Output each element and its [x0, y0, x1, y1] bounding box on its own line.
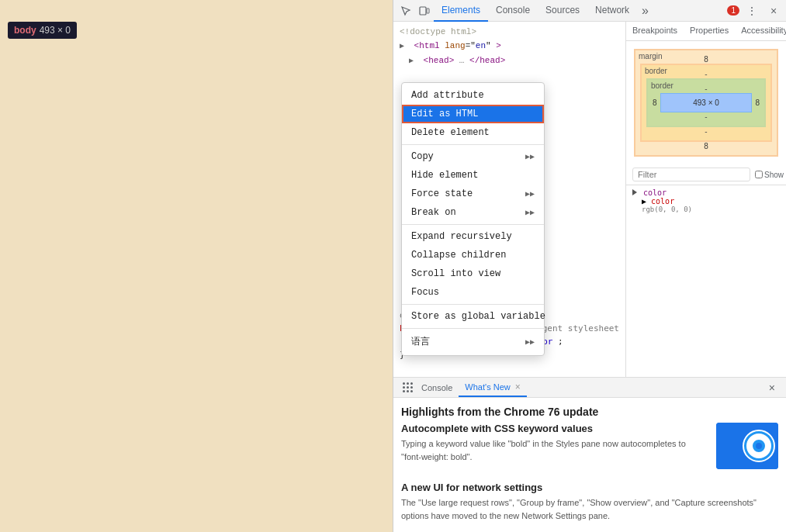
tab-console[interactable]: Console [488, 0, 538, 22]
css-rule-header: color [632, 188, 780, 197]
margin-bottom-row: 8 [640, 142, 772, 150]
head-triangle[interactable]: ▶ [409, 55, 418, 67]
border-top-val: - [705, 70, 707, 78]
menu-item-language[interactable]: 语言 ▶ [402, 331, 544, 352]
padding-label: border [651, 81, 673, 90]
menu-separator-2 [402, 224, 544, 225]
content-row: 8 493 × 0 8 [653, 93, 760, 112]
show-all-checkbox[interactable] [755, 171, 763, 178]
force-state-arrow: ▶ [525, 189, 535, 199]
tab-sources[interactable]: Sources [538, 0, 587, 22]
show-all-label: Show all [755, 171, 786, 179]
tab-properties[interactable]: Properties [684, 22, 735, 40]
tab-elements[interactable]: Elements [434, 0, 488, 22]
dom-line-head: ▶ <head> … </head> [393, 54, 625, 68]
feature-autocomplete: Autocomplete with CSS keyword values Typ… [401, 423, 778, 469]
more-tabs-btn[interactable]: » [637, 4, 653, 18]
css-color-value: rgb(0, 0, 0) [632, 206, 780, 213]
menu-item-collapse-children[interactable]: Collapse children [402, 246, 544, 264]
bottom-tabs: Console What's New × × [393, 378, 786, 398]
tab-accessibility[interactable]: Accessibility [735, 22, 786, 40]
svg-point-5 [756, 443, 762, 449]
tab-breakpoints[interactable]: Breakpoints [626, 22, 684, 40]
border-label: border [645, 67, 667, 75]
right-val: 8 [755, 98, 760, 107]
devtools-panel: Elements Console Sources Network » 1 ⋮ ×… [393, 0, 786, 532]
menu-item-delete-element[interactable]: Delete element [402, 123, 544, 142]
tab-network[interactable]: Network [587, 0, 637, 22]
topbar-right: 1 ⋮ × [724, 2, 783, 20]
tab-console-bottom[interactable]: Console [415, 380, 459, 396]
css-rule: color ▶ color rgb(0, 0, 0) [632, 188, 780, 213]
menu-item-store-global[interactable]: Store as global variable [402, 307, 544, 326]
dom-line-doctype: <!doctype html> [393, 25, 625, 39]
menu-item-edit-as-html[interactable]: Edit as HTML [402, 105, 544, 123]
border-bottom-row: - [646, 127, 766, 136]
error-badge: 1 [727, 5, 739, 16]
devtools-tabs: Elements Console Sources Network » [434, 0, 724, 22]
feature-autocomplete-desc: Typing a keyword value like "bold" in th… [401, 437, 701, 463]
css-triangle[interactable] [632, 189, 637, 195]
copy-arrow: ▶ [525, 152, 535, 161]
box-model-content: 493 × 0 [660, 93, 753, 112]
menu-item-force-state[interactable]: Force state ▶ [402, 185, 544, 203]
right-panel: Breakpoints Properties Accessibility mar… [625, 22, 786, 377]
menu-item-add-attribute[interactable]: Add attribute [402, 86, 544, 105]
left-val: 8 [653, 98, 657, 107]
box-model-border: border - border - [640, 64, 772, 142]
box-model-padding: border - 8 493 × 0 8 [646, 78, 766, 127]
menu-separator-1 [402, 144, 544, 145]
box-model-margin: margin 8 border - bo [634, 49, 778, 157]
menu-item-focus[interactable]: Focus [402, 283, 544, 302]
dom-line-html: ▶ <html lang="en" > [393, 39, 625, 54]
body-tooltip: body 493 × 0 [8, 22, 77, 39]
filter-input[interactable] [632, 168, 750, 181]
devtools-topbar: Elements Console Sources Network » 1 ⋮ × [393, 0, 786, 22]
css-rules: color ▶ color rgb(0, 0, 0) [626, 185, 786, 377]
break-on-arrow: ▶ [525, 208, 535, 217]
select-element-btn[interactable] [396, 2, 415, 20]
whats-new-close[interactable]: × [515, 382, 521, 392]
content-dims: 493 × 0 [693, 98, 719, 107]
menu-item-break-on[interactable]: Break on ▶ [402, 203, 544, 222]
css-property-row: ▶ color [632, 197, 780, 206]
bottom-heading: Highlights from the Chrome 76 update [401, 406, 778, 418]
feature-network-desc: The "Use large request rows", "Group by … [401, 496, 778, 522]
feature-autocomplete-image [716, 423, 778, 469]
styles-filter: Show all [626, 164, 786, 185]
bottom-panel-close[interactable]: × [764, 382, 780, 394]
menu-separator-4 [402, 328, 544, 329]
html-triangle[interactable]: ▶ [400, 40, 409, 53]
bottom-panel: Console What's New × × Highlights from t… [393, 377, 786, 532]
body-dims-label: 493 × 0 [40, 25, 71, 36]
css-selector: color [643, 188, 667, 197]
language-arrow: ▶ [525, 337, 535, 347]
drawer-icon[interactable] [400, 380, 415, 396]
close-devtools-btn[interactable]: × [764, 2, 783, 20]
feature-network-settings: A new UI for network settings The "Use l… [401, 482, 778, 522]
menu-item-scroll-into-view[interactable]: Scroll into view [402, 264, 544, 283]
doctype-text: <!doctype html> [400, 27, 476, 36]
margin-bottom-val: 8 [704, 142, 708, 150]
menu-separator-3 [402, 304, 544, 305]
border-bottom-val: - [705, 127, 707, 136]
padding-top-dash: - [705, 85, 707, 93]
menu-item-copy[interactable]: Copy ▶ [402, 147, 544, 166]
tab-whats-new[interactable]: What's New × [459, 378, 526, 397]
feature-network-title: A new UI for network settings [401, 482, 778, 493]
menu-item-hide-element[interactable]: Hide element [402, 166, 544, 185]
settings-btn[interactable]: ⋮ [743, 2, 761, 20]
margin-label: margin [639, 52, 663, 60]
right-panel-tabs: Breakpoints Properties Accessibility [626, 22, 786, 41]
menu-item-expand-recursively[interactable]: Expand recursively [402, 227, 544, 246]
box-model: margin 8 border - bo [626, 41, 786, 164]
svg-rect-1 [427, 9, 429, 13]
elements-panel: <!doctype html> ▶ <html lang="en" > ▶ <h… [393, 22, 786, 377]
dom-tree[interactable]: <!doctype html> ▶ <html lang="en" > ▶ <h… [393, 22, 625, 377]
css-prop-name: color [651, 197, 674, 206]
svg-rect-0 [420, 7, 426, 15]
padding-bottom-row: - [653, 112, 760, 121]
bottom-content: Highlights from the Chrome 76 update Aut… [393, 398, 786, 532]
feature-autocomplete-title: Autocomplete with CSS keyword values [401, 423, 701, 434]
device-toolbar-btn[interactable] [415, 2, 434, 20]
